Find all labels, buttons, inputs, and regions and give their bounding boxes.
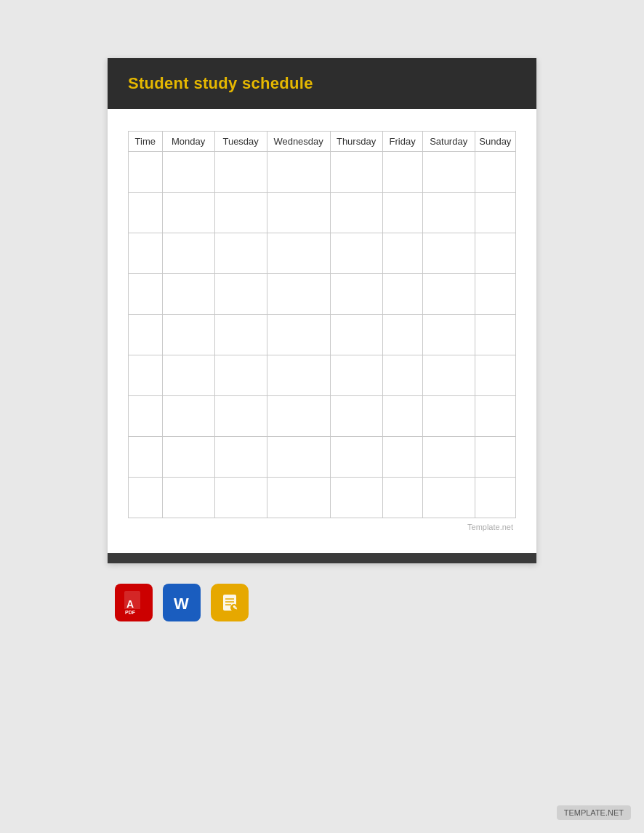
- table-cell[interactable]: [382, 315, 422, 355]
- table-cell[interactable]: [214, 396, 267, 437]
- col-header-thursday: Thursday: [330, 132, 382, 152]
- svg-text:W: W: [174, 595, 189, 613]
- table-cell[interactable]: [162, 315, 214, 355]
- table-cell[interactable]: [422, 274, 475, 315]
- table-cell[interactable]: [162, 274, 214, 315]
- table-cell[interactable]: [267, 478, 330, 518]
- table-cell[interactable]: [214, 193, 267, 233]
- watermark-text: Template.net: [128, 518, 516, 539]
- pages-app-icon[interactable]: ✎: [211, 584, 249, 621]
- table-cell[interactable]: [382, 396, 422, 437]
- table-row: [129, 152, 516, 193]
- svg-text:PDF: PDF: [125, 610, 136, 615]
- table-row: [129, 274, 516, 315]
- table-cell[interactable]: [422, 315, 475, 355]
- table-cell[interactable]: [162, 478, 214, 518]
- table-cell[interactable]: [129, 437, 163, 478]
- table-cell[interactable]: [267, 437, 330, 478]
- pdf-app-icon[interactable]: A PDF: [115, 584, 153, 621]
- table-cell[interactable]: [129, 152, 163, 193]
- table-cell[interactable]: [330, 152, 382, 193]
- table-cell[interactable]: [129, 478, 163, 518]
- schedule-table: Time Monday Tuesday Wednesday Thursday F…: [128, 131, 516, 518]
- table-cell[interactable]: [382, 478, 422, 518]
- table-row: [129, 193, 516, 233]
- col-header-monday: Monday: [162, 132, 214, 152]
- table-cell[interactable]: [422, 396, 475, 437]
- table-cell[interactable]: [129, 315, 163, 355]
- table-cell[interactable]: [382, 233, 422, 274]
- table-cell[interactable]: [475, 396, 515, 437]
- table-cell[interactable]: [129, 396, 163, 437]
- table-cell[interactable]: [422, 478, 475, 518]
- table-header-row: Time Monday Tuesday Wednesday Thursday F…: [129, 132, 516, 152]
- template-net-badge: TEMPLATE.NET: [557, 805, 631, 820]
- table-cell[interactable]: [267, 193, 330, 233]
- table-row: [129, 233, 516, 274]
- table-row: [129, 315, 516, 355]
- table-cell[interactable]: [162, 233, 214, 274]
- table-cell[interactable]: [267, 274, 330, 315]
- table-cell[interactable]: [382, 355, 422, 396]
- table-cell[interactable]: [330, 193, 382, 233]
- document-body: Time Monday Tuesday Wednesday Thursday F…: [108, 109, 536, 553]
- table-cell[interactable]: [475, 355, 515, 396]
- col-header-sunday: Sunday: [475, 132, 515, 152]
- svg-text:A: A: [126, 598, 134, 610]
- table-cell[interactable]: [330, 478, 382, 518]
- table-cell[interactable]: [214, 152, 267, 193]
- col-header-friday: Friday: [382, 132, 422, 152]
- table-cell[interactable]: [475, 152, 515, 193]
- table-cell[interactable]: [475, 233, 515, 274]
- table-cell[interactable]: [162, 193, 214, 233]
- table-cell[interactable]: [330, 437, 382, 478]
- table-cell[interactable]: [475, 478, 515, 518]
- table-cell[interactable]: [267, 152, 330, 193]
- table-row: [129, 396, 516, 437]
- table-cell[interactable]: [267, 233, 330, 274]
- table-cell[interactable]: [422, 193, 475, 233]
- table-cell[interactable]: [267, 355, 330, 396]
- col-header-tuesday: Tuesday: [214, 132, 267, 152]
- table-cell[interactable]: [330, 355, 382, 396]
- table-cell[interactable]: [422, 437, 475, 478]
- table-cell[interactable]: [330, 315, 382, 355]
- table-cell[interactable]: [214, 233, 267, 274]
- table-cell[interactable]: [129, 193, 163, 233]
- word-app-icon[interactable]: W: [163, 584, 201, 621]
- table-cell[interactable]: [382, 193, 422, 233]
- col-header-wednesday: Wednesday: [267, 132, 330, 152]
- table-cell[interactable]: [162, 152, 214, 193]
- table-cell[interactable]: [330, 396, 382, 437]
- table-cell[interactable]: [330, 274, 382, 315]
- table-cell[interactable]: [475, 274, 515, 315]
- table-cell[interactable]: [162, 355, 214, 396]
- table-row: [129, 355, 516, 396]
- table-cell[interactable]: [214, 437, 267, 478]
- table-cell[interactable]: [422, 152, 475, 193]
- table-cell[interactable]: [162, 437, 214, 478]
- table-cell[interactable]: [214, 478, 267, 518]
- table-cell[interactable]: [382, 274, 422, 315]
- table-cell[interactable]: [267, 315, 330, 355]
- table-cell[interactable]: [422, 233, 475, 274]
- table-cell[interactable]: [475, 437, 515, 478]
- table-cell[interactable]: [129, 233, 163, 274]
- table-cell[interactable]: [382, 437, 422, 478]
- table-cell[interactable]: [330, 233, 382, 274]
- app-icons-section: A PDF W ✎: [108, 584, 536, 621]
- col-header-time: Time: [129, 132, 163, 152]
- document-card: Student study schedule Time Monday Tuesd…: [108, 58, 536, 563]
- table-cell[interactable]: [129, 274, 163, 315]
- table-cell[interactable]: [214, 355, 267, 396]
- table-cell[interactable]: [382, 152, 422, 193]
- table-cell[interactable]: [214, 315, 267, 355]
- table-cell[interactable]: [422, 355, 475, 396]
- table-cell[interactable]: [129, 355, 163, 396]
- table-cell[interactable]: [267, 396, 330, 437]
- table-cell[interactable]: [162, 396, 214, 437]
- table-cell[interactable]: [214, 274, 267, 315]
- table-cell[interactable]: [475, 315, 515, 355]
- col-header-saturday: Saturday: [422, 132, 475, 152]
- table-cell[interactable]: [475, 193, 515, 233]
